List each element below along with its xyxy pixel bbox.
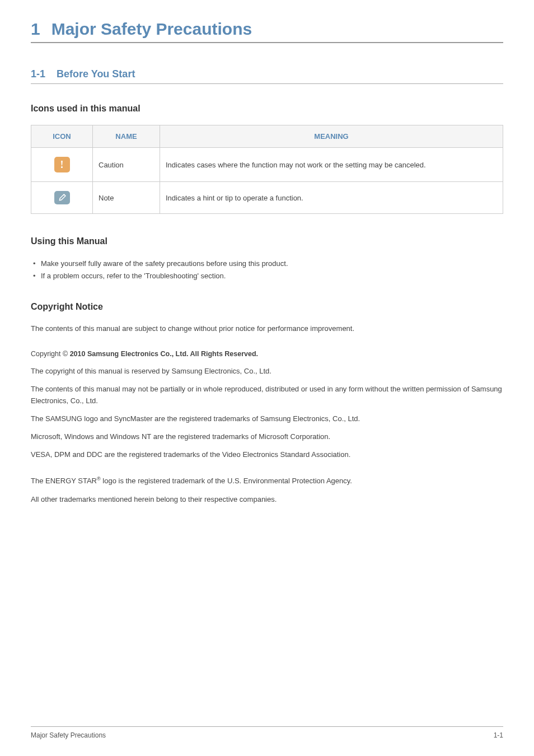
using-manual-title: Using this Manual — [31, 236, 503, 246]
icons-table: ICON NAME MEANING ! Caution Indicates ca… — [31, 125, 503, 214]
copyright-para: The contents of this manual may not be p… — [31, 384, 503, 406]
list-item: Make yourself fully aware of the safety … — [31, 258, 503, 270]
copyright-intro: The contents of this manual are subject … — [31, 323, 503, 334]
copyright-prefix: Copyright © — [31, 350, 70, 358]
meaning-cell-note: Indicates a hint or tip to operate a fun… — [160, 182, 503, 214]
all-other-trademarks: All other trademarks mentioned herein be… — [31, 494, 503, 505]
copyright-notice-title: Copyright Notice — [31, 302, 503, 312]
subsection-icons-title: Icons used in this manual — [31, 104, 503, 114]
copyright-para: The copyright of this manual is reserved… — [31, 366, 503, 377]
energy-star-post: logo is the registered trademark of the … — [101, 477, 352, 486]
icon-cell-caution: ! — [31, 148, 93, 182]
section-number: 1-1 — [31, 68, 45, 80]
chapter-number: 1 — [31, 20, 40, 38]
section-title-text: Before You Start — [57, 68, 135, 80]
copyright-line: Copyright © 2010 Samsung Electronics Co.… — [31, 350, 503, 358]
table-row: ! Caution Indicates cases where the func… — [31, 148, 503, 182]
note-icon — [54, 191, 70, 204]
icon-cell-note — [31, 182, 93, 214]
th-meaning: MEANING — [160, 125, 503, 148]
meaning-cell-caution: Indicates cases where the function may n… — [160, 148, 503, 182]
page-footer: Major Safety Precautions 1-1 — [31, 726, 503, 739]
th-icon: ICON — [31, 125, 93, 148]
energy-star-line: The ENERGY STAR® logo is the registered … — [31, 475, 503, 487]
footer-left: Major Safety Precautions — [31, 731, 106, 739]
copyright-para: The SAMSUNG logo and SyncMaster are the … — [31, 413, 503, 424]
chapter-title-text: Major Safety Precautions — [51, 20, 252, 38]
copyright-para: Microsoft, Windows and Windows NT are th… — [31, 431, 503, 442]
copyright-para: VESA, DPM and DDC are the registered tra… — [31, 449, 503, 460]
table-row: Note Indicates a hint or tip to operate … — [31, 182, 503, 214]
energy-star-pre: The ENERGY STAR — [31, 477, 97, 486]
using-manual-list: Make yourself fully aware of the safety … — [31, 258, 503, 282]
chapter-title: 1Major Safety Precautions — [31, 20, 503, 43]
th-name: NAME — [93, 125, 160, 148]
caution-icon: ! — [54, 157, 70, 172]
list-item: If a problem occurs, refer to the 'Troub… — [31, 270, 503, 282]
name-cell-note: Note — [93, 182, 160, 214]
energy-star-sup: ® — [97, 476, 101, 482]
footer-right: 1-1 — [494, 731, 503, 739]
section-title: 1-1Before You Start — [31, 68, 503, 84]
copyright-bold: 2010 Samsung Electronics Co., Ltd. All R… — [70, 350, 258, 358]
name-cell-caution: Caution — [93, 148, 160, 182]
